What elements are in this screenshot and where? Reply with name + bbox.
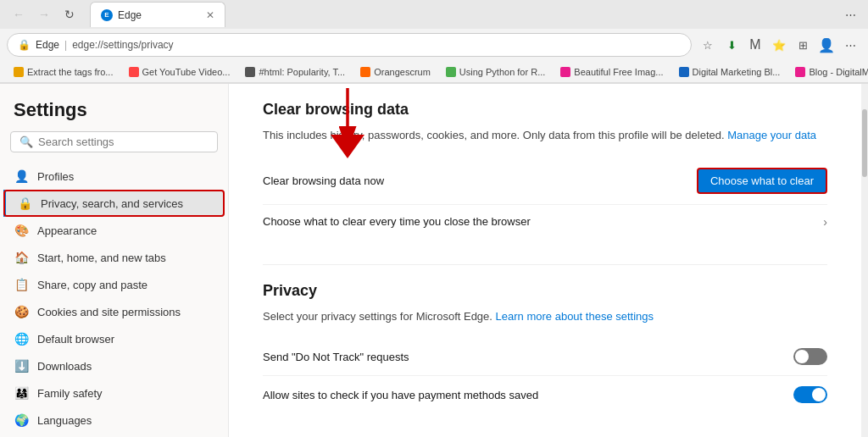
back-button[interactable]: ← <box>7 3 31 26</box>
bookmark-label: Get YouTube Video... <box>142 67 231 77</box>
settings-content: Clear browsing data This includes histor… <box>229 84 861 437</box>
start-home-label: Start, home, and new tabs <box>37 252 214 264</box>
bookmark-label: Using Python for R... <box>459 67 546 77</box>
payment-label: Allow sites to check if you have payment… <box>263 389 538 401</box>
cookies-icon: 🍪 <box>14 304 29 319</box>
favorites-icon[interactable]: ⭐ <box>768 34 790 56</box>
privacy-icon: 🔒 <box>17 196 32 211</box>
bookmark-item[interactable]: Using Python for R... <box>439 65 553 79</box>
start-home-icon: 🏠 <box>14 250 29 265</box>
scrollbar-track[interactable] <box>861 84 868 437</box>
bookmark-favicon <box>245 67 255 77</box>
url-separator: | <box>64 39 67 51</box>
search-input[interactable] <box>38 136 209 148</box>
sidebar-item-default-browser[interactable]: 🌐 Default browser <box>0 325 228 352</box>
favorites-button[interactable]: ☆ <box>697 34 719 56</box>
bookmark-item[interactable]: #html: Popularity, T... <box>238 65 352 79</box>
bookmark-label: Digital Marketing Bl... <box>693 67 781 77</box>
toolbar-actions: ☆ ⬇ M ⭐ ⊞ 👤 ⋯ <box>697 34 861 56</box>
default-browser-icon: 🌐 <box>14 331 29 346</box>
forward-button[interactable]: → <box>32 3 56 26</box>
collections-icon[interactable]: ⊞ <box>792 34 814 56</box>
refresh-button[interactable]: ↻ <box>58 3 81 26</box>
url-bar[interactable]: 🔒 Edge | edge://settings/privacy <box>7 33 692 57</box>
sidebar-item-appearance[interactable]: 🎨 Appearance <box>0 217 228 244</box>
url-site-label: Edge <box>36 39 59 51</box>
settings-menu-button[interactable]: ⋯ <box>839 3 861 25</box>
sidebar-item-downloads[interactable]: ⬇️ Downloads <box>0 352 228 379</box>
bookmark-item[interactable]: Get YouTube Video... <box>122 65 237 79</box>
sidebar-item-start-home[interactable]: 🏠 Start, home, and new tabs <box>0 244 228 271</box>
default-browser-label: Default browser <box>37 333 214 346</box>
languages-icon: 🌍 <box>14 412 29 428</box>
privacy-title: Privacy <box>263 282 827 300</box>
learn-more-link[interactable]: Learn more about these settings <box>496 310 654 323</box>
clear-now-label: Clear browsing data now <box>263 174 384 187</box>
clear-on-close-label: Choose what to clear every time you clos… <box>263 215 531 228</box>
dnt-toggle[interactable] <box>793 348 827 365</box>
main-area: Settings 🔍 👤 Profiles 🔒 Privacy, search,… <box>0 84 868 437</box>
manage-data-link[interactable]: Manage your data <box>727 129 816 141</box>
search-box[interactable]: 🔍 <box>10 131 218 152</box>
clear-browsing-section: Clear browsing data This includes histor… <box>263 101 827 239</box>
payment-row: Allow sites to check if you have payment… <box>263 376 827 413</box>
tab-title: Edge <box>118 9 201 21</box>
bookmark-favicon <box>679 67 689 77</box>
payment-toggle[interactable] <box>793 386 827 403</box>
share-copy-icon: 📋 <box>14 277 29 292</box>
bookmark-label: Beautiful Free Imag... <box>574 67 663 77</box>
bookmark-favicon <box>129 67 139 77</box>
bookmark-item[interactable]: Orangescrum <box>353 65 437 79</box>
dnt-label: Send "Do Not Track" requests <box>263 351 409 363</box>
privacy-section: Privacy Select your privacy settings for… <box>263 282 827 414</box>
sidebar-item-profiles[interactable]: 👤 Profiles <box>0 163 228 190</box>
bookmark-item[interactable]: Extract the tags fro... <box>7 65 120 79</box>
sidebar-item-family-safety[interactable]: 👨‍👩‍👧 Family safety <box>0 379 228 407</box>
clear-on-close-row[interactable]: Choose what to clear every time you clos… <box>263 205 827 239</box>
bookmark-label: Blog - DigitalMarke... <box>809 67 868 77</box>
payment-toggle-slider <box>793 386 827 403</box>
privacy-desc: Select your privacy settings for Microso… <box>263 308 827 325</box>
sidebar-item-share-copy[interactable]: 📋 Share, copy and paste <box>0 271 228 298</box>
address-bar: 🔒 Edge | edge://settings/privacy ☆ ⬇ M ⭐… <box>0 29 868 61</box>
search-icon: 🔍 <box>19 136 33 148</box>
sidebar-item-privacy[interactable]: 🔒 Privacy, search, and services <box>3 190 225 217</box>
choose-what-to-clear-button[interactable]: Choose what to clear <box>697 168 827 194</box>
settings-title: Settings <box>0 92 228 131</box>
active-tab[interactable]: E Edge ✕ <box>90 2 225 27</box>
nav-buttons: ← → ↻ <box>7 3 81 26</box>
profiles-label: Profiles <box>37 170 214 183</box>
profiles-icon: 👤 <box>14 169 29 184</box>
bookmark-label: Extract the tags fro... <box>27 67 114 77</box>
sidebar-item-languages[interactable]: 🌍 Languages <box>0 407 228 434</box>
profile-button[interactable]: M <box>744 34 766 56</box>
bookmark-label: Orangescrum <box>374 67 431 77</box>
clear-btn-wrapper: Choose what to clear <box>697 168 827 194</box>
sidebar-item-printers[interactable]: 🖨️ Printers <box>0 434 228 437</box>
tab-bar: ← → ↻ E Edge ✕ ⋯ <box>0 0 868 29</box>
user-avatar[interactable]: 👤 <box>815 34 837 56</box>
bookmark-item[interactable]: Digital Marketing Bl... <box>672 65 787 79</box>
download-indicator[interactable]: ⬇ <box>721 34 743 56</box>
more-options-button[interactable]: ⋯ <box>839 34 861 56</box>
sidebar-item-cookies[interactable]: 🍪 Cookies and site permissions <box>0 298 228 325</box>
tab-favicon: E <box>101 9 113 21</box>
close-tab-icon[interactable]: ✕ <box>206 9 214 21</box>
languages-label: Languages <box>37 414 214 427</box>
url-address: edge://settings/privacy <box>72 39 173 51</box>
appearance-label: Appearance <box>37 224 214 237</box>
bookmark-favicon <box>560 67 570 77</box>
bookmark-favicon <box>14 67 24 77</box>
bookmark-item[interactable]: Blog - DigitalMarke... <box>788 65 868 79</box>
scrollbar-thumb[interactable] <box>862 109 867 177</box>
dnt-toggle-slider <box>793 348 827 365</box>
downloads-label: Downloads <box>37 360 214 373</box>
bookmark-label: #html: Popularity, T... <box>259 67 345 77</box>
bookmark-item[interactable]: Beautiful Free Imag... <box>554 65 670 79</box>
cookies-label: Cookies and site permissions <box>37 306 214 318</box>
bookmarks-bar: Extract the tags fro... Get YouTube Vide… <box>0 61 868 83</box>
privacy-label: Privacy, search, and services <box>41 197 211 210</box>
share-copy-label: Share, copy and paste <box>37 279 214 291</box>
clear-browsing-title: Clear browsing data <box>263 101 827 119</box>
clear-browsing-desc: This includes history, passwords, cookie… <box>263 127 827 144</box>
